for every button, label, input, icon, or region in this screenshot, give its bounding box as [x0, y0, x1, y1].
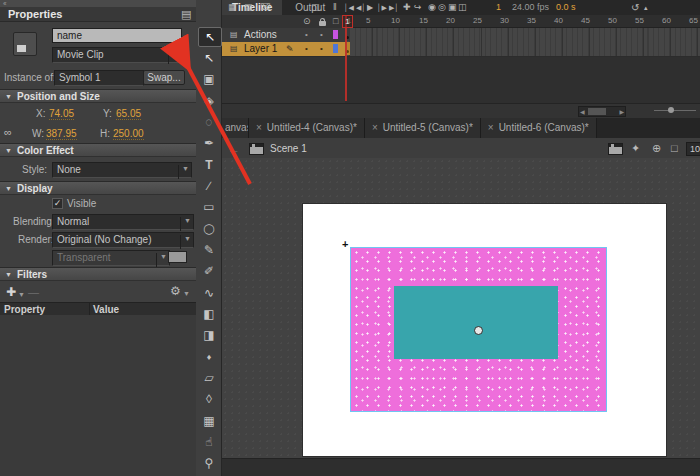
layer-name[interactable]: Actions [244, 28, 277, 42]
instance-name-field[interactable]: Symbol 1 [54, 70, 144, 86]
close-icon[interactable]: × [488, 122, 494, 133]
outline-all-layers-icon[interactable]: □ [333, 16, 338, 27]
rectangle-tool[interactable]: ▭ [198, 198, 220, 216]
center-stage-button[interactable]: ⊕ [652, 143, 661, 154]
layer-lock-dot[interactable]: • [320, 42, 323, 56]
add-filter-chevron[interactable]: ▼ [18, 291, 24, 298]
text-tool[interactable]: T [198, 156, 220, 174]
center-frame-button[interactable]: ◫ [311, 2, 320, 13]
x-value[interactable]: 74.05 [49, 108, 74, 120]
onion-skin-button[interactable]: ◉ [428, 2, 436, 13]
camera-tool[interactable]: ▦ [198, 412, 220, 430]
line-tool[interactable]: ∕ [198, 177, 220, 195]
panel-menu-icon[interactable]: ▤ [181, 9, 191, 20]
brush-tool[interactable]: ✐ [198, 262, 220, 280]
style-dropdown[interactable]: None ▼ [52, 162, 192, 178]
edit-symbols-button[interactable]: ✦ [631, 143, 640, 154]
hand-tool[interactable]: ☝ [198, 433, 220, 451]
timeline-zoom-slider-knob[interactable] [668, 107, 674, 113]
go-first-frame-button[interactable]: │◀ [344, 2, 354, 13]
y-value[interactable]: 65.05 [116, 108, 141, 120]
close-icon[interactable]: × [256, 122, 262, 133]
property-column-header[interactable]: Property [4, 304, 45, 315]
elapsed-time-value[interactable]: 0.0 s [556, 2, 576, 13]
show-hide-all-layers-icon[interactable]: ⊙ [303, 16, 311, 27]
w-value[interactable]: 387.95 [46, 128, 77, 140]
timeline-zoom-slider-track[interactable] [654, 110, 696, 111]
onion-skin-outlines-button[interactable]: ◎ [438, 2, 446, 13]
remove-filter-icon[interactable]: — [28, 287, 39, 298]
paint-bucket-tool[interactable]: ◧ [198, 305, 220, 323]
properties-title[interactable]: Properties [8, 8, 62, 20]
h-value[interactable]: 250.00 [113, 128, 144, 140]
document-tab-untitled6[interactable]: ×Untitled-6 (Canvas)* [481, 118, 597, 138]
layer-visibility-dot[interactable]: • [305, 28, 308, 42]
export-frame-button[interactable]: ↪ [414, 2, 422, 13]
filter-options-gear-icon[interactable]: ⚙ [170, 285, 181, 297]
step-forward-button[interactable]: │▶ [377, 2, 387, 13]
free-transform-tool[interactable]: ▣ [198, 70, 220, 88]
layer-row-layer1[interactable]: ▤ Layer 1 ✎ • • [222, 42, 345, 57]
background-color-swatch[interactable] [168, 251, 187, 263]
eraser-tool[interactable]: ▱ [198, 369, 220, 387]
symbol-type-dropdown[interactable]: Movie Clip ▼ [52, 47, 182, 63]
scrollbar-thumb[interactable] [588, 108, 606, 115]
blending-dropdown[interactable]: Normal ▼ [52, 214, 194, 230]
lasso-tool[interactable]: ◌ [198, 113, 220, 131]
document-tab-untitled4[interactable]: ×Untitled-4 (Canvas)* [249, 118, 365, 138]
instance-name-input[interactable]: name [52, 28, 182, 43]
go-last-frame-button[interactable]: ▶│ [389, 2, 399, 13]
section-filters[interactable]: ▼ Filters [0, 267, 196, 281]
document-tab-untitled5[interactable]: ×Untitled-5 (Canvas)* [365, 118, 481, 138]
constrain-proportions-icon[interactable]: ∞ [4, 127, 12, 138]
delete-layer-button[interactable]: ⌧ [260, 2, 270, 13]
layer-row-actions[interactable]: ▤ Actions • • [222, 28, 345, 43]
subselection-tool[interactable]: ↖ [198, 49, 220, 67]
edit-multiple-frames-button[interactable]: ▣ [448, 2, 457, 13]
layer-outline-color-swatch[interactable] [333, 30, 338, 39]
selection-tool[interactable]: ↖ [198, 27, 222, 47]
new-folder-button[interactable]: ▤ [244, 2, 253, 13]
edit-scene-button[interactable] [608, 143, 623, 155]
section-color-effect[interactable]: ▼ Color Effect [0, 143, 196, 157]
zoom-out-tri-icon[interactable]: ▴ [644, 2, 648, 13]
back-arrow-icon[interactable]: ← [228, 142, 240, 156]
section-position-and-size[interactable]: ▼ Position and Size [0, 89, 196, 103]
zoom-tool[interactable]: ⚲ [198, 454, 220, 472]
bone-tool[interactable]: ∿ [198, 284, 220, 302]
layer-outline-color-swatch[interactable] [333, 44, 338, 53]
render-dropdown[interactable]: Original (No Change) ▼ [52, 232, 194, 248]
layer-name[interactable]: Layer 1 [244, 42, 277, 56]
step-back-button[interactable]: ◀│ [356, 2, 366, 13]
teal-rectangle[interactable] [394, 286, 558, 359]
frame-ruler[interactable]: 1 5 10 15 20 25 30 35 40 45 50 55 60 65 [345, 15, 700, 28]
close-icon[interactable]: × [372, 122, 378, 133]
frame-rate-value[interactable]: 24.00 fps [512, 2, 549, 13]
add-filter-icon[interactable]: ✚ [6, 286, 16, 298]
reset-timeline-zoom-icon[interactable]: ↺ [631, 2, 639, 13]
new-layer-button[interactable]: ▦ [228, 2, 237, 13]
eyedropper-tool[interactable]: ♦ [198, 348, 220, 366]
frames-row-layer1[interactable] [345, 42, 700, 57]
insert-frame-button[interactable]: ✚ [403, 2, 411, 13]
frames-row-actions[interactable] [345, 28, 700, 43]
swap-button[interactable]: Swap... [143, 70, 185, 85]
playhead-frame-indicator[interactable]: 1 [342, 15, 353, 28]
section-display[interactable]: ▼ Display [0, 181, 196, 195]
collapse-panel-icon[interactable]: ‹‹ [3, 0, 6, 7]
stage-bottom-scroll-track[interactable] [222, 458, 700, 476]
scroll-right-icon[interactable]: ▶ [619, 108, 624, 115]
play-button[interactable]: ▶ [367, 2, 373, 13]
timeline-scrollbar[interactable]: ◀ ▶ [578, 106, 626, 117]
lock-all-layers-icon[interactable] [319, 21, 326, 26]
scene-name[interactable]: Scene 1 [270, 143, 307, 154]
visible-checkbox[interactable]: ✓ [52, 198, 63, 209]
pencil-tool[interactable]: ✎ [198, 241, 220, 259]
clip-content-button[interactable]: □ [671, 143, 678, 154]
layer-lock-dot[interactable]: • [320, 28, 323, 42]
3d-rotation-tool[interactable]: ◈ [198, 92, 220, 110]
oval-tool[interactable]: ◯ [198, 220, 220, 238]
stage-zoom-input[interactable]: 100 [686, 142, 700, 156]
current-frame-value[interactable]: 1 [496, 2, 501, 13]
transformation-point[interactable] [474, 326, 483, 335]
